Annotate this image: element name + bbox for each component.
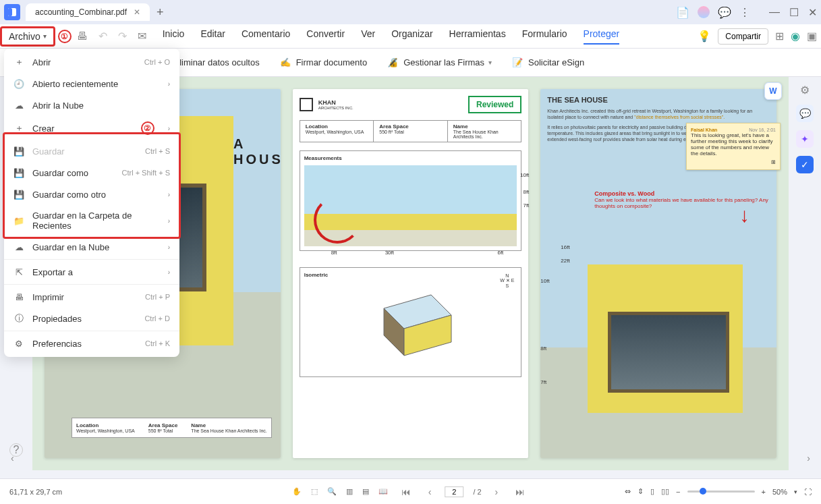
toolbar-icon-2[interactable]: ◉ (791, 30, 800, 43)
folder-icon: 📁 (13, 215, 24, 226)
fit-page-icon[interactable]: ▥ (346, 487, 353, 496)
next-page-icon[interactable]: › (495, 486, 499, 497)
ai-chat-icon[interactable]: 💬 (796, 105, 814, 122)
dd-abierto-recientemente[interactable]: 🕘Abierto recientemente› (4, 73, 179, 94)
prev-page-icon[interactable]: ‹ (428, 486, 432, 497)
page-3: THE SEA HOUSE Khan Architects Inc. creat… (540, 89, 776, 458)
word-export-badge[interactable]: W (764, 82, 782, 100)
file-dropdown: ＋AbrirCtrl + O 🕘Abierto recientemente› ☁… (4, 49, 179, 357)
toolbar-icon-1[interactable]: ⊞ (775, 30, 784, 43)
dd-imprimir[interactable]: 🖶ImprimirCtrl + P (4, 286, 179, 308)
zoom-dropdown-icon[interactable]: ▾ (794, 488, 797, 495)
tab-title: accounting_Combinar.pdf (35, 7, 127, 17)
dd-guardar-carpeta[interactable]: 📁Guardar en la Carpeta de Recientes› (4, 205, 179, 236)
separator (4, 284, 179, 285)
chevron-right-icon: › (168, 191, 170, 198)
main-menu: Inicio Editar Comentario Convertir Ver O… (163, 28, 620, 45)
comments-icon[interactable]: 💬 (719, 7, 730, 18)
info-icon: ⓘ (13, 313, 24, 324)
zoom-out-icon[interactable]: − (676, 488, 680, 496)
first-page-icon[interactable]: ⏮ (401, 486, 411, 497)
zoom-in-icon[interactable]: + (762, 488, 766, 496)
plus-icon: ＋ (13, 57, 24, 67)
print-icon[interactable]: 🖶 (77, 30, 88, 43)
share-button[interactable]: Compartir (718, 28, 768, 45)
menu-proteger[interactable]: Proteger (584, 28, 620, 45)
file-menu[interactable]: Archivo ▾ (0, 26, 55, 47)
layout-icon-2[interactable]: ▯▯ (661, 487, 669, 496)
tab-close-icon[interactable]: ✕ (134, 7, 140, 17)
menu-convertir[interactable]: Convertir (306, 28, 345, 45)
lightbulb-icon[interactable]: 💡 (698, 30, 711, 43)
sliders-icon[interactable]: ⚙ (800, 84, 810, 96)
page-2: KHANARCHITECTS INC. Reviewed LocationWes… (293, 89, 529, 458)
notification-icon[interactable]: 📄 (677, 7, 688, 18)
dd-guardar-nube[interactable]: ☁Guardar en la Nube› (4, 236, 179, 258)
avatar-icon[interactable] (698, 6, 710, 18)
maximize-button[interactable]: ☐ (789, 6, 799, 19)
reviewed-stamp: Reviewed (468, 96, 521, 113)
menu-inicio[interactable]: Inicio (163, 28, 185, 45)
menu-comentario[interactable]: Comentario (242, 28, 290, 45)
document-tab[interactable]: accounting_Combinar.pdf ✕ (26, 3, 150, 21)
page3-title: THE SEA HOUSE (547, 96, 770, 104)
menubar: Archivo ▾ ① 🖶 ↶ ↷ ✉ Inicio Editar Coment… (0, 24, 821, 49)
menu-organizar[interactable]: Organizar (391, 28, 432, 45)
expand-comment-icon[interactable]: ⊞ (691, 159, 776, 165)
checklist-icon[interactable]: ✓ (796, 156, 814, 173)
export-icon: ⇱ (13, 267, 24, 277)
dd-crear[interactable]: ＋Crear②› (4, 116, 179, 140)
page3-body: Khan Architects Inc. created this off-gr… (547, 108, 770, 120)
cloud-icon: ☁ (13, 100, 24, 111)
dd-guardar-como-otro[interactable]: 💾Guardar como otro› (4, 184, 179, 205)
dd-abrir[interactable]: ＋AbrirCtrl + O (4, 51, 179, 73)
add-tab-button[interactable]: + (157, 5, 164, 20)
undo-icon[interactable]: ↶ (98, 30, 107, 43)
minimize-button[interactable]: — (769, 6, 780, 19)
clock-icon: 🕘 (13, 78, 24, 89)
app-icon (4, 4, 20, 20)
chevron-right-icon: › (168, 217, 170, 225)
ribbon-firmar[interactable]: ✍Firmar documento (279, 56, 367, 69)
fit-height-icon[interactable]: ⇕ (638, 487, 644, 496)
save-as-icon: 💾 (13, 167, 24, 178)
menu-formulario[interactable]: Formulario (522, 28, 567, 45)
dd-guardar-como[interactable]: 💾Guardar comoCtrl + Shift + S (4, 162, 179, 184)
dd-abrir-nube[interactable]: ☁Abrir la Nube (4, 94, 179, 116)
dd-propiedades[interactable]: ⓘPropiedadesCtrl + D (4, 308, 179, 329)
zoom-slider[interactable] (687, 491, 755, 493)
file-menu-label: Archivo (9, 31, 40, 42)
ribbon-gestionar-firmas[interactable]: 🔏Gestionar las Firmas▾ (386, 56, 492, 69)
read-mode-icon[interactable]: 📖 (378, 487, 388, 496)
mail-icon[interactable]: ✉ (138, 30, 146, 43)
scroll-right-icon[interactable]: › (807, 453, 810, 464)
ribbon-solicitar-esign[interactable]: 📝Solicitar eSign (511, 56, 584, 69)
hand-tool-icon[interactable]: ✋ (292, 487, 302, 496)
last-page-icon[interactable]: ⏭ (515, 486, 525, 497)
layout-icon-1[interactable]: ▯ (650, 487, 654, 496)
dd-preferencias[interactable]: ⚙PreferenciasCtrl + K (4, 333, 179, 354)
chevron-right-icon: › (168, 80, 170, 88)
chevron-right-icon: › (168, 125, 170, 132)
page-number-input[interactable] (445, 486, 463, 497)
redo-icon[interactable]: ↷ (118, 30, 127, 43)
toolbar-icon-3[interactable]: ▣ (807, 30, 817, 43)
menu-editar[interactable]: Editar (200, 28, 225, 45)
dd-exportar[interactable]: ⇱Exportar a› (4, 261, 179, 283)
kebab-menu-icon[interactable]: ⋮ (739, 7, 750, 18)
menu-ver[interactable]: Ver (361, 28, 375, 45)
view-mode-icon[interactable]: ▤ (362, 487, 369, 496)
fullscreen-icon[interactable]: ⛶ (804, 488, 812, 496)
red-arrow-annotation: ↓ (739, 204, 749, 227)
plus-icon: ＋ (13, 123, 24, 134)
close-button[interactable]: ✕ (808, 6, 817, 19)
select-tool-icon[interactable]: ⬚ (311, 487, 318, 496)
fit-width-icon[interactable]: ⇔ (625, 487, 631, 496)
cloud-upload-icon: ☁ (13, 242, 24, 252)
menu-herramientas[interactable]: Herramientas (449, 28, 506, 45)
zoom-tool-icon[interactable]: 🔍 (327, 487, 337, 496)
scroll-left-icon[interactable]: ‹ (11, 453, 14, 464)
esign-icon: 📝 (511, 56, 524, 69)
ai-tools-icon[interactable]: ✦ (796, 130, 814, 148)
comment-sticky[interactable]: Faisal KhanNov 16, 2:01 This is looking … (686, 123, 781, 170)
